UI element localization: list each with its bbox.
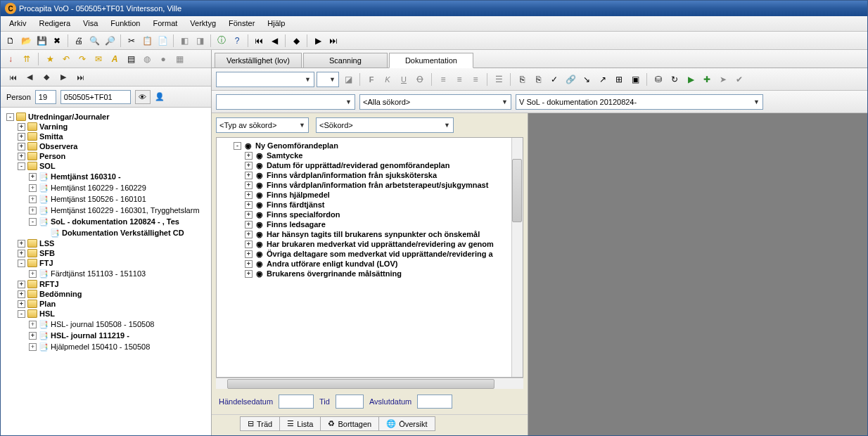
expand-icon[interactable]: + bbox=[245, 221, 253, 229]
tree-node[interactable]: -SOL bbox=[2, 161, 210, 171]
refresh-icon[interactable]: ↻ bbox=[668, 72, 682, 86]
vtab-borttagen[interactable]: ♻Borttagen bbox=[321, 416, 379, 431]
vscroll-thumb[interactable] bbox=[512, 159, 522, 222]
tree-node[interactable]: +Plan bbox=[2, 299, 210, 309]
info-icon[interactable]: ⓘ bbox=[215, 34, 229, 48]
journal-combo[interactable]: V SoL - dokumentation 20120824-▼ bbox=[516, 94, 763, 110]
expand-icon[interactable]: + bbox=[18, 123, 25, 131]
tree-node[interactable]: +📑Färdtjänst 151103 - 151103 bbox=[2, 268, 210, 279]
doc-tree-node[interactable]: +◉Finns hjälpmedel bbox=[219, 190, 520, 200]
collapse-icon[interactable]: - bbox=[18, 162, 25, 170]
tree-node[interactable]: -HSL bbox=[2, 309, 210, 319]
up-arrows-icon[interactable]: ⇈ bbox=[20, 52, 34, 66]
redo-icon[interactable]: ↷ bbox=[75, 52, 89, 66]
person-num-input[interactable] bbox=[35, 90, 56, 104]
expand-icon[interactable]: + bbox=[18, 290, 25, 298]
expand-icon[interactable]: + bbox=[29, 270, 37, 278]
forward-icon[interactable]: ➤ bbox=[716, 72, 730, 86]
star-icon[interactable]: ★ bbox=[43, 52, 57, 66]
vtab-trad[interactable]: ⊟Träd bbox=[240, 416, 280, 431]
collapse-icon[interactable]: - bbox=[29, 218, 37, 226]
expand-icon[interactable]: + bbox=[29, 184, 37, 192]
expand-icon[interactable]: + bbox=[18, 143, 25, 150]
tool-a-icon[interactable]: ◧ bbox=[177, 34, 191, 48]
tree-node[interactable]: +📑Hemtjänst 150526 - 160101 bbox=[2, 193, 210, 205]
menu-hjalp[interactable]: Hjälp bbox=[262, 18, 291, 30]
tab-dokumentation[interactable]: Dokumentation bbox=[389, 53, 473, 68]
avslut-input[interactable] bbox=[417, 395, 452, 409]
tree-node[interactable]: +Observera bbox=[2, 141, 210, 151]
expand-icon[interactable]: + bbox=[18, 240, 25, 248]
expand-icon[interactable]: + bbox=[18, 281, 25, 288]
tree-node[interactable]: 📑Dokumentation Verkställighet CD bbox=[2, 227, 210, 238]
nav-next-icon[interactable]: ▶ bbox=[57, 72, 70, 82]
expand-icon[interactable]: + bbox=[29, 173, 37, 181]
tree-node[interactable]: -FTJ bbox=[2, 258, 210, 268]
color-icon[interactable]: ◪ bbox=[341, 72, 355, 86]
italic-icon[interactable]: K bbox=[381, 72, 395, 86]
doc-tree-node[interactable]: +◉Har hänsyn tagits till brukarens synpu… bbox=[219, 229, 520, 239]
expand-icon[interactable]: + bbox=[245, 181, 253, 189]
expand-icon[interactable]: + bbox=[29, 195, 37, 203]
open-icon[interactable]: 📂 bbox=[19, 34, 33, 48]
copy-icon[interactable]: 📋 bbox=[140, 34, 154, 48]
menu-fonster[interactable]: Fönster bbox=[223, 18, 260, 30]
tree-icon[interactable]: ⊞ bbox=[612, 72, 626, 86]
doc-tree-node[interactable]: +◉Finns vårdplan/information från arbets… bbox=[219, 180, 520, 190]
handelse-input[interactable] bbox=[279, 395, 314, 409]
circle-icon[interactable]: ● bbox=[156, 52, 170, 66]
tool2-icon[interactable]: ⎘ bbox=[531, 72, 545, 86]
tree-node[interactable]: +📑Hemtjänst 160229 - 160301, Trygghetsla… bbox=[2, 205, 210, 216]
tree-node[interactable]: +LSS bbox=[2, 238, 210, 248]
person-icon[interactable]: 👤 bbox=[155, 92, 165, 101]
size-combo[interactable]: ▼ bbox=[317, 72, 339, 87]
find-icon[interactable]: 🔎 bbox=[103, 34, 117, 48]
add-icon[interactable]: ✚ bbox=[700, 72, 714, 86]
collapse-icon[interactable]: - bbox=[234, 142, 241, 150]
tree-node[interactable]: +SFB bbox=[2, 248, 210, 258]
tree-node[interactable]: +📑HSL- journal 150508 - 150508 bbox=[2, 319, 210, 330]
cylinder-icon[interactable]: ◍ bbox=[140, 52, 154, 66]
tree-node[interactable]: +📑Hemtjänst 160229 - 160229 bbox=[2, 182, 210, 193]
nav-prev-icon[interactable]: ◀ bbox=[267, 34, 281, 48]
view-person-icon[interactable]: 👁 bbox=[135, 90, 151, 104]
doc-tree-node[interactable]: +◉Samtycke bbox=[219, 150, 520, 160]
nav-marker-icon[interactable]: ◆ bbox=[289, 34, 303, 48]
search1-combo[interactable]: ▼ bbox=[216, 94, 355, 110]
tree-node[interactable]: -📑SoL - dokumentation 120824 - , Tes bbox=[2, 216, 210, 227]
spellcheck-icon[interactable]: ✓ bbox=[547, 72, 561, 86]
doc-tree-node[interactable]: +◉Finns vårdplan/information från sjuksk… bbox=[219, 170, 520, 180]
cut-icon[interactable]: ✂ bbox=[125, 34, 139, 48]
nav-last-icon[interactable]: ⏭ bbox=[326, 34, 340, 48]
doc-tree-node[interactable]: +◉Finns ledsagare bbox=[219, 219, 520, 229]
align-right-icon[interactable]: ≡ bbox=[468, 72, 483, 86]
nav-prev-icon[interactable]: ◀ bbox=[23, 72, 36, 82]
paste-icon[interactable]: 📄 bbox=[155, 34, 170, 48]
list-icon[interactable]: ☰ bbox=[492, 72, 506, 86]
expand-icon[interactable]: + bbox=[245, 260, 253, 268]
tree-node[interactable]: +Bedömning bbox=[2, 289, 210, 299]
expand-icon[interactable]: + bbox=[18, 300, 25, 308]
new-icon[interactable]: 🗋 bbox=[4, 34, 18, 48]
doc-tree-node[interactable]: +◉Andra utförare enligt kundval (LOV) bbox=[219, 259, 520, 269]
print-icon[interactable]: 🖨 bbox=[72, 34, 86, 48]
expand-icon[interactable]: + bbox=[245, 201, 253, 209]
expand-icon[interactable]: + bbox=[245, 172, 253, 179]
expand-icon[interactable]: + bbox=[245, 191, 253, 199]
expand-icon[interactable]: + bbox=[29, 332, 37, 340]
hscrollbar[interactable] bbox=[216, 378, 523, 389]
expand-icon[interactable]: + bbox=[245, 162, 253, 169]
nav-first-icon[interactable]: ⏮ bbox=[252, 34, 266, 48]
menu-redigera[interactable]: Redigera bbox=[33, 18, 76, 30]
tree-node[interactable]: +RFTJ bbox=[2, 279, 210, 289]
export-icon[interactable]: ↗ bbox=[596, 72, 610, 86]
bold-icon[interactable]: F bbox=[364, 72, 378, 86]
menu-funktion[interactable]: Funktion bbox=[105, 18, 146, 30]
grid-icon[interactable]: ▦ bbox=[172, 52, 186, 66]
hscroll-thumb[interactable] bbox=[227, 379, 494, 389]
tree-node[interactable]: +Varning bbox=[2, 122, 210, 132]
style-combo[interactable]: ▼ bbox=[216, 72, 314, 87]
menu-visa[interactable]: Visa bbox=[77, 18, 103, 30]
play-icon[interactable]: ▶ bbox=[684, 72, 698, 86]
menu-format[interactable]: Format bbox=[148, 18, 184, 30]
